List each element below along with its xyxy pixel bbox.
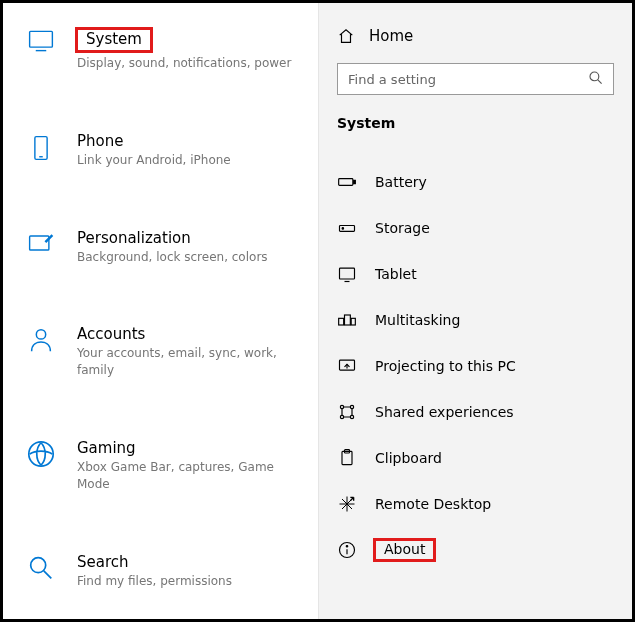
category-title: Personalization bbox=[77, 229, 191, 247]
svg-point-22 bbox=[340, 405, 343, 408]
about-icon bbox=[337, 540, 357, 560]
nav-item-label: Storage bbox=[375, 220, 430, 236]
search-box[interactable] bbox=[337, 63, 614, 95]
svg-rect-17 bbox=[339, 318, 344, 325]
section-title: System bbox=[337, 115, 614, 131]
search-input[interactable] bbox=[337, 63, 614, 95]
home-label: Home bbox=[369, 27, 413, 45]
svg-point-5 bbox=[36, 330, 45, 339]
svg-rect-18 bbox=[345, 315, 351, 325]
tablet-icon bbox=[337, 264, 357, 284]
svg-point-30 bbox=[346, 546, 348, 548]
projecting-icon bbox=[337, 356, 357, 376]
svg-point-25 bbox=[350, 415, 353, 418]
svg-rect-12 bbox=[354, 180, 356, 183]
clipboard-icon bbox=[337, 448, 357, 468]
category-search[interactable]: Search Find my files, permissions bbox=[23, 553, 298, 590]
nav-item-label: Projecting to this PC bbox=[375, 358, 516, 374]
category-phone[interactable]: Phone Link your Android, iPhone bbox=[23, 132, 298, 169]
svg-point-14 bbox=[342, 228, 344, 230]
nav-item-label: Shared experiences bbox=[375, 404, 514, 420]
nav-item-label: Clipboard bbox=[375, 450, 442, 466]
nav-item-label: Battery bbox=[375, 174, 427, 190]
svg-rect-11 bbox=[339, 179, 353, 186]
category-title: Gaming bbox=[77, 439, 136, 457]
category-desc: Your accounts, email, sync, work, family bbox=[77, 345, 298, 379]
nav-item-storage[interactable]: Storage bbox=[337, 205, 614, 251]
category-title: Accounts bbox=[77, 325, 145, 343]
svg-rect-19 bbox=[351, 318, 355, 325]
system-settings-panel: Home System Battery Storage Tablet bbox=[318, 3, 632, 619]
storage-icon bbox=[337, 218, 357, 238]
svg-rect-0 bbox=[30, 31, 53, 47]
svg-line-8 bbox=[44, 570, 52, 578]
category-accounts[interactable]: Accounts Your accounts, email, sync, wor… bbox=[23, 325, 298, 379]
shared-experiences-icon bbox=[337, 402, 357, 422]
home-link[interactable]: Home bbox=[337, 27, 614, 45]
category-desc: Find my files, permissions bbox=[77, 573, 298, 590]
svg-rect-15 bbox=[340, 268, 355, 279]
category-desc: Link your Android, iPhone bbox=[77, 152, 298, 169]
nav-item-label: About bbox=[373, 538, 436, 562]
nav-item-tablet[interactable]: Tablet bbox=[337, 251, 614, 297]
multitasking-icon bbox=[337, 310, 357, 330]
nav-item-remote-desktop[interactable]: Remote Desktop bbox=[337, 481, 614, 527]
svg-point-7 bbox=[31, 557, 46, 572]
nav-item-shared-experiences[interactable]: Shared experiences bbox=[337, 389, 614, 435]
svg-point-9 bbox=[590, 72, 599, 81]
nav-item-label: Tablet bbox=[375, 266, 417, 282]
category-gaming[interactable]: Gaming Xbox Game Bar, captures, Game Mod… bbox=[23, 439, 298, 493]
system-icon bbox=[23, 27, 59, 63]
category-system[interactable]: System Display, sound, notifications, po… bbox=[23, 27, 298, 72]
svg-rect-4 bbox=[30, 236, 49, 250]
svg-point-6 bbox=[29, 442, 53, 466]
search-icon bbox=[23, 553, 59, 589]
gaming-icon bbox=[23, 439, 59, 475]
svg-point-23 bbox=[350, 405, 353, 408]
nav-item-label: Multitasking bbox=[375, 312, 460, 328]
category-desc: Xbox Game Bar, captures, Game Mode bbox=[77, 459, 298, 493]
nav-item-about[interactable]: About bbox=[337, 527, 614, 573]
category-personalization[interactable]: Personalization Background, lock screen,… bbox=[23, 229, 298, 266]
svg-point-24 bbox=[340, 415, 343, 418]
nav-item-label: Remote Desktop bbox=[375, 496, 491, 512]
home-icon bbox=[337, 27, 355, 45]
remote-desktop-icon bbox=[337, 494, 357, 514]
category-title: Phone bbox=[77, 132, 123, 150]
category-desc: Display, sound, notifications, power bbox=[77, 55, 298, 72]
category-title: System bbox=[75, 27, 153, 53]
personalization-icon bbox=[23, 229, 59, 265]
nav-item-battery[interactable]: Battery bbox=[337, 159, 614, 205]
category-title: Search bbox=[77, 553, 129, 571]
accounts-icon bbox=[23, 325, 59, 361]
settings-categories-panel: System Display, sound, notifications, po… bbox=[3, 3, 318, 619]
search-icon bbox=[588, 70, 606, 88]
svg-line-10 bbox=[598, 80, 602, 84]
category-desc: Background, lock screen, colors bbox=[77, 249, 298, 266]
phone-icon bbox=[23, 132, 59, 168]
nav-item-projecting[interactable]: Projecting to this PC bbox=[337, 343, 614, 389]
nav-item-clipboard[interactable]: Clipboard bbox=[337, 435, 614, 481]
battery-icon bbox=[337, 172, 357, 192]
svg-rect-2 bbox=[35, 136, 47, 159]
nav-item-multitasking[interactable]: Multitasking bbox=[337, 297, 614, 343]
